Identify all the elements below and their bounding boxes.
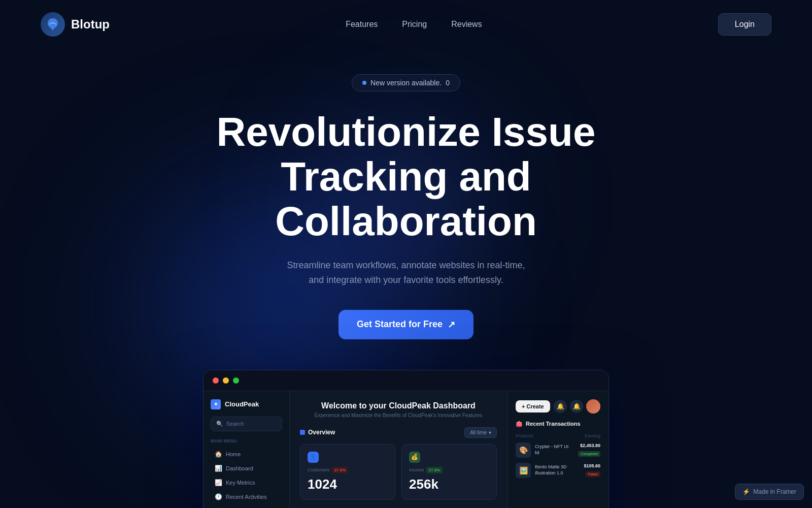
dash-brand-icon: ✦ xyxy=(211,399,221,409)
overview-header: Overview All time ▾ xyxy=(300,427,497,438)
transaction-thumb-1: 🎨 xyxy=(516,442,531,458)
dash-menu-activities[interactable]: 🕐 Recent Activities xyxy=(211,490,282,503)
income-icon: 💰 xyxy=(409,452,420,463)
dash-brand-name: CloudPeak xyxy=(225,400,259,408)
income-card: 💰 Income 27.8% 256k xyxy=(401,444,497,500)
dash-main-title: Welcome to your CloudPeak Dashboard xyxy=(300,401,497,410)
avatar[interactable] xyxy=(586,399,600,414)
dash-menu-home[interactable]: 🏠 Home xyxy=(211,448,282,461)
logo-icon xyxy=(41,12,65,37)
dash-sidebar: ✦ CloudPeak 🔍 Search Main Menu 🏠 Home 📊 … xyxy=(204,391,290,508)
activities-icon: 🕐 xyxy=(215,493,222,500)
time-label: All time xyxy=(470,430,487,435)
hero-subtitle: Streamline team workflows, annotate webs… xyxy=(284,258,528,288)
dash-icons-row: 🔔 🔔 xyxy=(554,399,600,414)
overview-label: Overview xyxy=(300,429,335,436)
chevron-down-icon: ▾ xyxy=(489,430,491,435)
transaction-name-2: Bento Matte 3D illustration 1.0 xyxy=(535,464,580,476)
brand-name: Blotup xyxy=(71,17,110,31)
transaction-price-1: $2,453.80 xyxy=(578,443,600,448)
notification-icon[interactable]: 🔔 xyxy=(554,400,567,413)
transaction-item-1: 🎨 Crypter - NFT UI kit $2,453.80 Complet… xyxy=(516,442,600,458)
transaction-item-2: 🖼️ Bento Matte 3D illustration 1.0 $105.… xyxy=(516,463,600,478)
menu-metrics-label: Key Metrics xyxy=(226,480,255,486)
transaction-status-2: Failed xyxy=(586,471,600,477)
customers-value: 1024 xyxy=(308,477,388,492)
dash-brand: ✦ CloudPeak xyxy=(211,399,282,409)
logo-area: Blotup xyxy=(41,12,110,37)
metrics-row: 👤 Customers 37.8% 1024 💰 Income 27.8% xyxy=(300,444,497,500)
transaction-thumb-2: 🖼️ xyxy=(516,463,531,478)
transactions-subtitle: Products Earning xyxy=(516,433,600,438)
hero-title-line2: Tracking and Collaboration xyxy=(275,154,537,244)
transaction-info-2: Bento Matte 3D illustration 1.0 xyxy=(535,464,580,476)
dashboard-preview: ✦ CloudPeak 🔍 Search Main Menu 🏠 Home 📊 … xyxy=(0,370,812,508)
dash-menu-dashboard[interactable]: 📊 Dashboard xyxy=(211,462,282,475)
metrics-icon: 📈 xyxy=(215,479,222,486)
badge-text: New version available. xyxy=(370,79,442,87)
window-dot-yellow xyxy=(223,377,229,384)
overview-dot xyxy=(300,430,305,435)
dash-right-header: + Create 🔔 🔔 xyxy=(516,399,600,414)
transactions-title: 👛 Recent Transactions xyxy=(516,421,600,427)
customer-icon: 👤 xyxy=(308,452,319,463)
transaction-status-1: Completed xyxy=(578,451,600,457)
dash-right: + Create 🔔 🔔 👛 Recent Transactions Produ… xyxy=(507,391,608,508)
version-badge: New version available. 0 xyxy=(352,74,460,91)
window-dot-green xyxy=(233,377,239,384)
window-dot-red xyxy=(213,377,219,384)
cta-button[interactable]: Get Started for Free ↗ xyxy=(339,310,473,339)
dash-menu-reports[interactable]: 📋 Repors xyxy=(211,504,282,508)
badge-version: 0 xyxy=(446,79,450,87)
version-dot xyxy=(362,81,366,85)
dash-menu-metrics[interactable]: 📈 Key Metrics xyxy=(211,476,282,489)
income-label: Income 27.8% xyxy=(409,467,489,473)
wallet-icon: 👛 xyxy=(516,421,523,427)
customers-card: 👤 Customers 37.8% 1024 xyxy=(300,444,395,500)
menu-home-label: Home xyxy=(226,451,241,457)
dashboard-content: ✦ CloudPeak 🔍 Search Main Menu 🏠 Home 📊 … xyxy=(204,391,608,508)
dash-search[interactable]: 🔍 Search xyxy=(211,417,282,431)
customers-badge: 37.8% xyxy=(332,467,349,473)
dash-main-header: Welcome to your CloudPeak Dashboard Expe… xyxy=(300,401,497,418)
transaction-name-1: Crypter - NFT UI kit xyxy=(535,444,574,456)
arrow-icon: ↗ xyxy=(448,319,455,330)
income-badge: 27.8% xyxy=(426,467,443,473)
menu-activities-label: Recent Activities xyxy=(226,494,267,500)
create-button[interactable]: + Create xyxy=(516,400,550,412)
income-value: 256k xyxy=(409,477,489,492)
nav-reviews[interactable]: Reviews xyxy=(451,20,482,29)
customers-label: Customers 37.8% xyxy=(308,467,388,473)
dash-main: Welcome to your CloudPeak Dashboard Expe… xyxy=(290,391,507,508)
framer-label: Made in Framer xyxy=(753,488,796,495)
nav-features[interactable]: Features xyxy=(346,20,378,29)
dashboard-icon: 📊 xyxy=(215,465,222,472)
hero-section: New version available. 0 Revolutionize I… xyxy=(0,49,812,339)
time-select[interactable]: All time ▾ xyxy=(464,427,497,438)
framer-icon: ⚡ xyxy=(742,488,750,495)
cta-label: Get Started for Free xyxy=(357,319,443,330)
bell-icon[interactable]: 🔔 xyxy=(570,400,583,413)
menu-dashboard-label: Dashboard xyxy=(226,465,253,471)
hero-title: Revolutionize Issue Tracking and Collabo… xyxy=(198,110,614,244)
dash-main-subtitle: Experience and Maximize the Benefits of … xyxy=(300,412,497,418)
nav-pricing[interactable]: Pricing xyxy=(402,20,427,29)
window-titlebar xyxy=(204,370,608,391)
navbar: Blotup Features Pricing Reviews Login xyxy=(0,0,812,49)
login-button[interactable]: Login xyxy=(718,13,771,36)
transaction-info-1: Crypter - NFT UI kit xyxy=(535,444,574,456)
transaction-price-2: $105.60 xyxy=(584,463,600,468)
dashboard-window: ✦ CloudPeak 🔍 Search Main Menu 🏠 Home 📊 … xyxy=(203,370,609,508)
overview-text: Overview xyxy=(308,429,335,436)
framer-badge: ⚡ Made in Framer xyxy=(735,484,804,500)
search-text: Search xyxy=(226,421,244,427)
search-icon: 🔍 xyxy=(216,421,223,427)
dash-menu-label: Main Menu xyxy=(211,438,282,443)
hero-title-line1: Revolutionize Issue xyxy=(217,109,596,154)
nav-links: Features Pricing Reviews xyxy=(346,20,482,29)
home-icon: 🏠 xyxy=(215,451,222,458)
